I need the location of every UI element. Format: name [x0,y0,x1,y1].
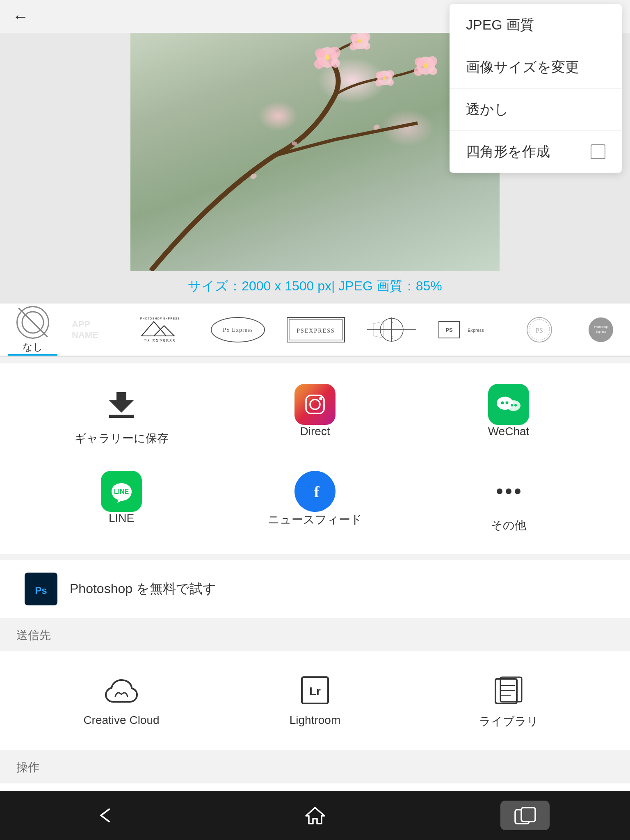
share-facebook[interactable]: f ニュースフィード [218,463,412,541]
share-gallery[interactable]: ギャラリーに保存 [25,376,218,454]
send-lightroom[interactable]: Lr Lightroom [218,664,412,737]
nav-back-button[interactable] [80,799,130,832]
ps-promo-icon: Ps [25,573,57,605]
svg-marker-53 [109,392,134,413]
watermark-1[interactable]: APP NAME [57,304,119,356]
share-line[interactable]: LINE LINE [25,463,218,541]
library-icon [490,672,527,709]
watermark-ps-express-2-icon: PS Express [207,313,269,346]
dropdown-item-rectangle[interactable]: 四角形を作成 [450,131,622,173]
cherry-blossom-svg [130,33,500,271]
send-library[interactable]: ライブラリ [412,664,605,737]
svg-text:PS Express: PS Express [223,327,253,333]
watermark-ps-express-box[interactable]: PS Express [427,304,509,356]
svg-marker-92 [306,808,324,824]
svg-rect-54 [109,415,134,418]
watermark-ps-cross[interactable]: P S [357,304,427,356]
lightroom-label: Lightroom [290,714,341,727]
dropdown-item-resize[interactable]: 画像サイズを変更 [450,46,622,89]
more-label: その他 [491,518,526,533]
svg-point-8 [361,33,370,41]
gallery-label: ギャラリーに保存 [75,431,169,446]
line-label: LINE [109,512,134,525]
wechat-label: WeChat [488,425,530,438]
more-icon [488,471,529,512]
share-more[interactable]: その他 [412,463,605,541]
watermark-ps-circle-icon: PS [515,313,564,346]
watermark-ps-circle[interactable]: PS [509,304,570,356]
instagram-label: Direct [300,425,330,438]
svg-point-7 [350,34,358,42]
nav-home-button[interactable] [290,799,340,832]
rectangle-checkbox[interactable] [591,144,605,159]
svg-point-3 [331,59,340,68]
svg-rect-75 [500,677,522,702]
svg-text:PS: PS [536,327,543,334]
wechat-icon [488,384,529,425]
watermark-strip: なし APP NAME PS EXPRESS PHOTOSHOP EXPRESS… [0,304,630,357]
image-size: 2000 x 1500 px [242,278,331,293]
svg-point-16 [414,67,423,76]
library-label: ライブラリ [479,714,539,729]
svg-point-57 [319,397,322,400]
svg-text:Express: Express [596,330,606,333]
svg-point-10 [349,42,358,50]
svg-point-23 [383,76,386,80]
share-section: ギャラリーに保存 Direct [0,363,630,554]
line-icon: LINE [101,471,142,512]
svg-point-62 [511,404,513,406]
watermark-ps-express-2[interactable]: PS Express [201,304,275,356]
svg-point-69 [515,488,520,494]
share-instagram[interactable]: Direct [218,376,412,454]
svg-text:S: S [390,336,393,340]
svg-point-11 [358,39,362,43]
send-grid: Creative Cloud Lr Lightroom [25,664,605,737]
svg-text:LINE: LINE [114,488,129,495]
nav-recents-button[interactable] [500,801,550,830]
dropdown-item-jpeg[interactable]: JPEG 画質 [450,4,622,46]
send-to-header: 送信先 [0,619,630,651]
instagram-icon [294,384,336,425]
watermark-ps-photo[interactable]: Photoshop Express [570,304,630,356]
svg-point-20 [386,70,394,78]
image-quality: 85% [416,278,442,293]
svg-point-9 [363,42,370,50]
dropdown-item-watermark[interactable]: 透かし [450,89,622,131]
svg-point-56 [310,399,320,409]
svg-text:PS: PS [445,327,453,333]
watermark-none-label: なし [23,340,43,354]
svg-point-19 [376,71,383,79]
bottom-nav [0,791,630,840]
svg-point-67 [497,488,502,494]
svg-point-15 [429,67,437,75]
svg-point-1 [315,48,325,58]
ps-promo[interactable]: Ps Photoshop を無料で試す [0,560,630,618]
watermark-ps-express-1-icon: PS EXPRESS PHOTOSHOP EXPRESS [127,313,193,346]
svg-point-21 [387,79,394,86]
svg-point-2 [329,47,340,58]
svg-marker-29 [142,322,166,336]
watermark-none[interactable]: なし [8,304,57,356]
watermark-ps-express-1[interactable]: PS EXPRESS PHOTOSHOP EXPRESS [119,304,201,356]
share-wechat[interactable]: WeChat [412,376,605,454]
watermark-psexpress-3[interactable]: PSEXPRESS [275,304,357,356]
svg-text:Lr: Lr [309,685,321,698]
svg-point-50 [589,317,613,342]
send-section: Creative Cloud Lr Lightroom [0,651,630,750]
svg-point-13 [415,57,424,66]
svg-text:Photoshop: Photoshop [594,325,608,329]
watermark-psexpress-3-icon: PSEXPRESS [283,313,349,346]
facebook-label: ニュースフィード [268,512,362,527]
creative-cloud-label: Creative Cloud [83,714,159,727]
download-icon [101,384,142,425]
no-watermark-icon [16,306,49,339]
svg-text:PHOTOSHOP EXPRESS: PHOTOSHOP EXPRESS [140,317,180,320]
svg-text:f: f [314,483,320,500]
svg-rect-94 [521,808,535,822]
image-info: サイズ：2000 x 1500 px| JPEG 画質：85% [188,277,442,295]
back-button[interactable]: ← [12,7,29,26]
send-creative-cloud[interactable]: Creative Cloud [25,664,218,737]
watermark-ps-cross-icon: P S [363,313,420,346]
dropdown-menu: JPEG 画質 画像サイズを変更 透かし 四角形を作成 [450,4,622,173]
watermark-ps-express-box-icon: PS Express [435,313,500,346]
